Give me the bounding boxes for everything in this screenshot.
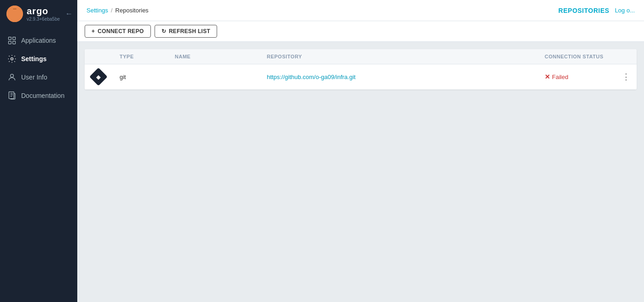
- svg-point-11: [11, 58, 13, 60]
- repo-table: TYPE NAME REPOSITORY CONNECTION STATUS ◆…: [85, 49, 637, 90]
- connect-repo-label: CONNECT REPO: [98, 28, 144, 34]
- repo-link[interactable]: https://github.com/o-ga09/infra.git: [267, 74, 356, 80]
- repositories-label: REPOSITORIES: [558, 7, 610, 14]
- svg-rect-10: [13, 41, 16, 44]
- svg-rect-7: [9, 37, 12, 40]
- svg-point-5: [13, 11, 14, 12]
- logo-name-wrap: argo v2.9.3+6eba5be: [27, 6, 60, 22]
- sidebar-item-documentation[interactable]: Documentation: [0, 86, 77, 105]
- sidebar-logo: argo v2.9.3+6eba5be ←: [0, 0, 77, 28]
- back-button[interactable]: ←: [63, 8, 75, 20]
- sidebar: argo v2.9.3+6eba5be ← Applications: [0, 0, 77, 302]
- breadcrumb-separator: /: [111, 7, 113, 14]
- svg-point-3: [13, 11, 14, 12]
- breadcrumb-current: Repositories: [115, 7, 149, 14]
- col-actions: [615, 49, 633, 64]
- refresh-list-label: REFRESH LIST: [169, 28, 210, 34]
- app-version: v2.9.3+6eba5be: [27, 17, 60, 22]
- cell-icon: ◆: [88, 65, 116, 89]
- cell-connection-status: ✕ Failed: [541, 68, 615, 86]
- app-name: argo: [27, 6, 60, 16]
- cell-actions: ⋮: [615, 64, 633, 89]
- refresh-icon: ↻: [161, 28, 166, 34]
- svg-point-0: [6, 6, 23, 22]
- sidebar-item-applications[interactable]: Applications: [0, 31, 77, 50]
- row-more-button[interactable]: ⋮: [618, 70, 634, 84]
- failed-label: Failed: [552, 74, 568, 80]
- breadcrumb-settings-link[interactable]: Settings: [86, 7, 108, 14]
- col-icon: [88, 49, 116, 64]
- svg-point-2: [12, 9, 18, 15]
- top-header: Settings / Repositories REPOSITORIES Log…: [77, 0, 644, 21]
- sidebar-item-applications-label: Applications: [21, 37, 56, 44]
- table-row: ◆ git https://github.com/o-ga09/infra.gi…: [85, 64, 637, 90]
- connect-repo-plus-icon: +: [92, 28, 95, 34]
- settings-icon: [7, 54, 17, 63]
- table-header: TYPE NAME REPOSITORY CONNECTION STATUS: [85, 49, 637, 64]
- svg-point-6: [16, 11, 17, 12]
- status-failed: ✕ Failed: [545, 73, 568, 80]
- svg-rect-8: [13, 37, 16, 40]
- sidebar-nav: Applications Settings User Info: [0, 31, 77, 105]
- sidebar-item-settings-label: Settings: [21, 55, 46, 63]
- connect-repo-button[interactable]: + CONNECT REPO: [85, 25, 151, 38]
- svg-point-12: [11, 74, 14, 77]
- refresh-list-button[interactable]: ↻ REFRESH LIST: [155, 25, 218, 38]
- col-type: TYPE: [116, 49, 171, 64]
- cell-type: git: [116, 68, 171, 86]
- sidebar-item-settings[interactable]: Settings: [0, 50, 77, 68]
- docs-icon: [7, 91, 17, 100]
- svg-point-4: [16, 11, 17, 12]
- col-connection-status: CONNECTION STATUS: [541, 49, 615, 64]
- grid-icon: [7, 36, 17, 45]
- col-name: NAME: [171, 49, 263, 64]
- sidebar-item-documentation-label: Documentation: [21, 92, 64, 99]
- breadcrumb: Settings / Repositories: [86, 7, 149, 14]
- svg-rect-13: [9, 92, 14, 99]
- failed-x-icon: ✕: [545, 73, 550, 80]
- top-right: REPOSITORIES Log o...: [558, 7, 635, 14]
- user-icon: [7, 73, 17, 82]
- svg-rect-1: [11, 13, 18, 19]
- sidebar-item-userinfo[interactable]: User Info: [0, 68, 77, 86]
- cell-repository: https://github.com/o-ga09/infra.git: [263, 68, 541, 86]
- main-content: Settings / Repositories REPOSITORIES Log…: [77, 0, 644, 302]
- git-repo-icon: ◆: [89, 68, 108, 86]
- col-repository: REPOSITORY: [263, 49, 541, 64]
- cell-name: [171, 71, 263, 82]
- sidebar-item-userinfo-label: User Info: [21, 74, 47, 81]
- content-area: TYPE NAME REPOSITORY CONNECTION STATUS ◆…: [77, 42, 644, 302]
- log-out-link[interactable]: Log o...: [615, 7, 635, 14]
- toolbar: + CONNECT REPO ↻ REFRESH LIST: [77, 21, 644, 42]
- svg-rect-9: [9, 41, 12, 44]
- logo-avatar: [6, 6, 23, 22]
